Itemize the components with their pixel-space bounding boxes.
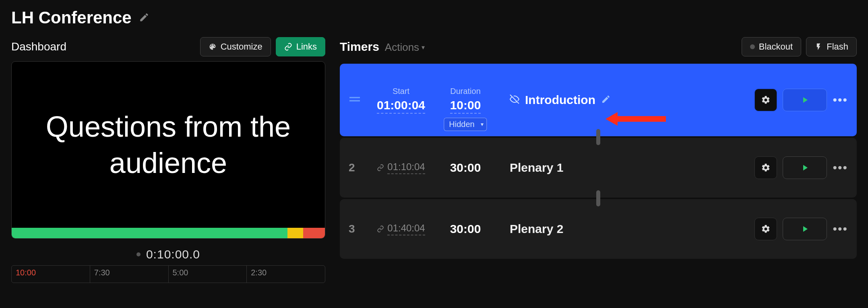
links-button[interactable]: Links (276, 37, 325, 56)
more-button[interactable]: ••• (833, 161, 848, 175)
timer-row[interactable]: 3 01:40:04 30:00 Plenary 2 (340, 199, 857, 259)
timers-panel: Timers Actions ▾ Blackout Flash (340, 37, 857, 300)
dashboard-panel: Dashboard Customize Links Questions from… (11, 37, 325, 300)
gear-icon (761, 95, 771, 105)
edit-name-button[interactable] (601, 94, 611, 106)
page-title: LH Conference (11, 8, 132, 27)
customize-label: Customize (221, 42, 262, 52)
customize-button[interactable]: Customize (200, 37, 271, 56)
settings-button[interactable] (754, 156, 777, 179)
eye-off-icon (510, 94, 519, 106)
linked-start: 01:10:04 (377, 161, 425, 174)
link-icon (377, 164, 384, 171)
drag-handle[interactable] (349, 94, 369, 106)
record-dot (136, 252, 141, 256)
bolt-icon (814, 43, 823, 51)
linked-start: 01:40:04 (377, 223, 425, 235)
duration-value[interactable]: 10:00 (450, 98, 481, 114)
flash-button[interactable]: Flash (806, 37, 857, 56)
ruler-tick: 7:30 (90, 266, 169, 283)
more-button[interactable]: ••• (833, 93, 848, 107)
row-index: 2 (349, 161, 369, 174)
dashboard-heading: Dashboard (11, 40, 66, 53)
blackout-button[interactable]: Blackout (742, 37, 801, 56)
preview-text: Questions from the audience (12, 62, 325, 228)
play-button[interactable] (783, 89, 827, 111)
pencil-icon (601, 94, 611, 104)
settings-button[interactable] (754, 218, 777, 240)
more-button[interactable]: ••• (833, 222, 848, 236)
timers-heading: Timers (340, 40, 379, 54)
start-label: Start (393, 87, 409, 96)
annotation-arrow (606, 109, 666, 129)
link-icon (377, 225, 384, 233)
palette-icon (209, 43, 217, 51)
progress-bar (12, 228, 325, 238)
row-connector (596, 129, 600, 145)
links-label: Links (296, 42, 317, 52)
duration-value[interactable]: 30:00 (450, 222, 481, 236)
timer-name: Introduction (525, 93, 595, 107)
timer-row[interactable]: 2 01:10:04 30:00 Plenary 1 (340, 138, 857, 198)
appearance-value: Hidden (449, 120, 474, 129)
progress-green (12, 228, 287, 238)
caret-down-icon: ▾ (481, 121, 484, 127)
blackout-label: Blackout (759, 42, 793, 52)
settings-button[interactable] (754, 89, 777, 111)
ruler-tick: 2:30 (247, 266, 325, 283)
flash-label: Flash (827, 42, 848, 52)
play-icon (800, 163, 810, 173)
dot-icon (750, 44, 755, 49)
link-icon (284, 43, 292, 51)
row-index: 3 (349, 223, 369, 235)
caret-down-icon: ▾ (422, 44, 425, 51)
play-button[interactable] (783, 218, 827, 240)
play-icon (800, 95, 810, 105)
time-ruler[interactable]: 10:00 7:30 5:00 2:30 (11, 265, 325, 283)
pencil-icon (139, 12, 149, 23)
actions-label: Actions (385, 41, 419, 54)
timer-name: Plenary 2 (510, 222, 563, 236)
gear-icon (761, 224, 771, 234)
timecode: 0:10:00.0 (146, 248, 200, 261)
appearance-dropdown[interactable]: Hidden ▾ (444, 118, 487, 131)
preview-monitor: Questions from the audience (11, 61, 325, 239)
ruler-tick: 10:00 (12, 266, 90, 283)
progress-yellow (287, 228, 303, 238)
svg-marker-2 (606, 112, 666, 126)
gear-icon (761, 163, 771, 173)
play-icon (800, 224, 810, 234)
row-connector (596, 190, 600, 206)
duration-label: Duration (450, 87, 481, 96)
start-value[interactable]: 01:40:04 (387, 223, 425, 235)
duration-value[interactable]: 30:00 (450, 161, 481, 175)
ruler-tick: 5:00 (169, 266, 247, 283)
title-row: LH Conference (11, 8, 857, 27)
start-value[interactable]: 01:00:04 (377, 98, 425, 114)
actions-dropdown[interactable]: Actions ▾ (385, 41, 425, 54)
edit-title-button[interactable] (139, 12, 149, 24)
start-value[interactable]: 01:10:04 (387, 161, 425, 174)
timer-row-active[interactable]: Start 01:00:04 Duration 10:00 Hidden ▾ (340, 64, 857, 136)
timer-name: Plenary 1 (510, 161, 563, 175)
progress-red (303, 228, 325, 238)
play-button[interactable] (783, 156, 827, 179)
